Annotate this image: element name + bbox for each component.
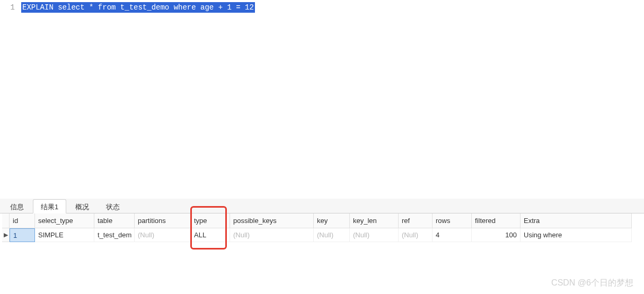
col-filtered[interactable]: filtered — [472, 213, 521, 228]
tab-status[interactable]: 状态 — [98, 199, 128, 213]
col-select-type[interactable]: select_type — [35, 213, 94, 228]
cell-possible-keys[interactable]: (Null) — [230, 228, 314, 242]
col-table[interactable]: table — [94, 213, 135, 228]
col-key[interactable]: key — [314, 213, 350, 228]
col-possible-keys[interactable]: possible_keys — [230, 213, 314, 228]
grid-header-row: id select_type table partitions type pos… — [2, 213, 644, 228]
tab-info[interactable]: 信息 — [2, 199, 32, 213]
result-tabs: 信息 结果1 概况 状态 — [0, 199, 644, 213]
col-key-len[interactable]: key_len — [350, 213, 399, 228]
col-rows[interactable]: rows — [433, 213, 472, 228]
sql-line[interactable]: EXPLAIN select * from t_test_demo where … — [21, 2, 644, 13]
cell-key-len[interactable]: (Null) — [350, 228, 399, 242]
cell-select-type[interactable]: SIMPLE — [35, 228, 94, 242]
watermark: CSDN @6个日的梦想 — [551, 278, 633, 289]
cell-ref[interactable]: (Null) — [399, 228, 433, 242]
row-indicator-icon[interactable]: ▶ — [2, 228, 10, 242]
tab-result1[interactable]: 结果1 — [33, 199, 66, 213]
sql-text-selection[interactable]: EXPLAIN select * from t_test_demo where … — [21, 2, 255, 13]
col-partitions[interactable]: partitions — [135, 213, 191, 228]
result-grid[interactable]: id select_type table partitions type pos… — [0, 213, 644, 242]
cell-id[interactable]: 1 — [10, 228, 35, 242]
cell-rows[interactable]: 4 — [433, 228, 472, 242]
col-ref[interactable]: ref — [399, 213, 433, 228]
table-row[interactable]: ▶ 1 SIMPLE t_test_dem (Null) ALL (Null) … — [2, 228, 644, 242]
cell-type[interactable]: ALL — [191, 228, 230, 242]
cell-filtered[interactable]: 100 — [472, 228, 521, 242]
cell-table[interactable]: t_test_dem — [94, 228, 135, 242]
col-id[interactable]: id — [10, 213, 35, 228]
tab-profile[interactable]: 概况 — [67, 199, 97, 213]
cell-partitions[interactable]: (Null) — [135, 228, 191, 242]
cell-extra[interactable]: Using where — [521, 228, 632, 242]
sql-editor[interactable]: 1 EXPLAIN select * from t_test_demo wher… — [0, 0, 644, 199]
col-type[interactable]: type — [191, 213, 230, 228]
row-indicator-header — [2, 213, 10, 228]
cell-key[interactable]: (Null) — [314, 228, 350, 242]
line-number: 1 — [0, 2, 21, 13]
col-extra[interactable]: Extra — [521, 213, 632, 228]
